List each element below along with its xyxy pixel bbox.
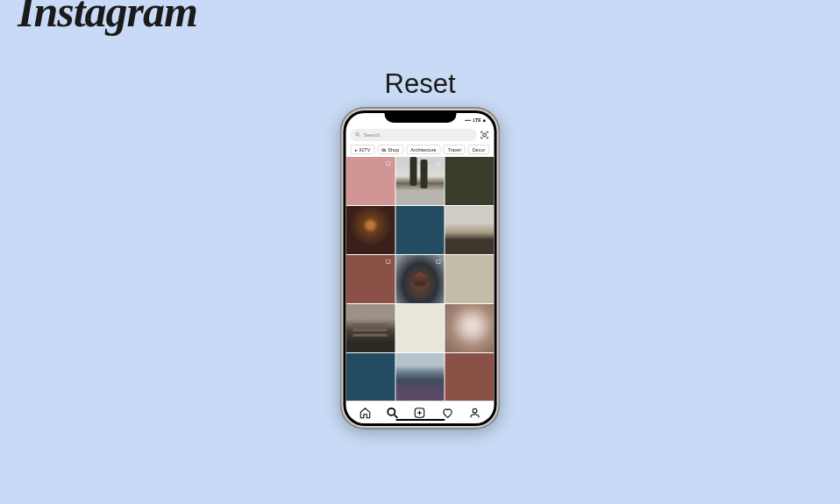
chip-label: Shop	[388, 147, 399, 153]
tab-profile[interactable]	[469, 407, 481, 419]
shop-icon: 🛍	[381, 147, 386, 153]
phone-frame: ▪▪▪▪ LTE ■ Search	[340, 107, 501, 429]
igtv-icon: ▸	[355, 147, 358, 153]
chip-label: Architecture	[410, 147, 436, 153]
chip-label: Decor	[473, 147, 486, 153]
grid-cell[interactable]	[445, 353, 495, 401]
tab-activity[interactable]	[441, 407, 453, 419]
grid-cell[interactable]	[346, 206, 395, 254]
explore-grid: ◻ ◻ ◻ ◻	[346, 157, 495, 401]
grid-cell[interactable]	[445, 206, 495, 254]
tab-search[interactable]	[387, 407, 399, 419]
chip-decor[interactable]: Decor	[468, 145, 490, 154]
carousel-icon: ◻	[436, 160, 442, 166]
grid-cell[interactable]: ◻	[346, 157, 395, 205]
carrier-label: LTE	[473, 117, 481, 123]
carousel-icon: ◻	[386, 258, 392, 264]
app-screen: ▪▪▪▪ LTE ■ Search	[346, 113, 495, 423]
grid-cell[interactable]	[395, 206, 445, 254]
category-chips: ▸ IGTV 🛍 Shop Architecture Travel Decor	[346, 143, 495, 157]
instagram-logo: Instagram	[18, 0, 197, 37]
page-title: Reset	[385, 68, 456, 100]
grid-cell[interactable]	[445, 304, 495, 352]
grid-cell[interactable]	[346, 353, 395, 401]
grid-cell[interactable]	[445, 255, 495, 303]
grid-cell[interactable]	[346, 304, 395, 352]
chip-igtv[interactable]: ▸ IGTV	[351, 145, 375, 154]
svg-point-8	[473, 408, 477, 413]
grid-cell[interactable]: ◻	[395, 255, 445, 303]
phone-inner: ▪▪▪▪ LTE ■ Search	[344, 110, 497, 426]
scan-icon[interactable]	[480, 130, 490, 140]
grid-cell[interactable]: ◻	[395, 157, 445, 205]
device-notch	[384, 110, 456, 123]
home-indicator	[395, 419, 445, 422]
chip-architecture[interactable]: Architecture	[406, 145, 440, 154]
tab-create[interactable]	[414, 407, 426, 419]
grid-cell[interactable]	[395, 304, 445, 352]
search-row: Search	[346, 127, 495, 143]
svg-rect-2	[483, 133, 486, 136]
svg-line-1	[359, 135, 359, 136]
svg-point-3	[388, 408, 395, 415]
grid-cell[interactable]	[395, 353, 445, 401]
search-icon	[355, 131, 361, 138]
grid-cell[interactable]: ◻	[346, 255, 395, 303]
chip-label: Travel	[448, 147, 461, 153]
svg-point-0	[356, 132, 359, 136]
grid-cell[interactable]	[445, 157, 495, 205]
chip-travel[interactable]: Travel	[444, 145, 466, 154]
signal-icon: ▪▪▪▪	[465, 117, 471, 123]
carousel-icon: ◻	[386, 160, 392, 166]
carousel-icon: ◻	[436, 258, 442, 264]
chip-shop[interactable]: 🛍 Shop	[377, 145, 403, 154]
search-placeholder: Search	[364, 132, 381, 138]
chip-label: IGTV	[359, 147, 371, 153]
search-input[interactable]: Search	[351, 129, 477, 141]
battery-icon: ■	[482, 117, 485, 123]
tab-home[interactable]	[359, 407, 371, 419]
svg-line-4	[395, 415, 398, 418]
